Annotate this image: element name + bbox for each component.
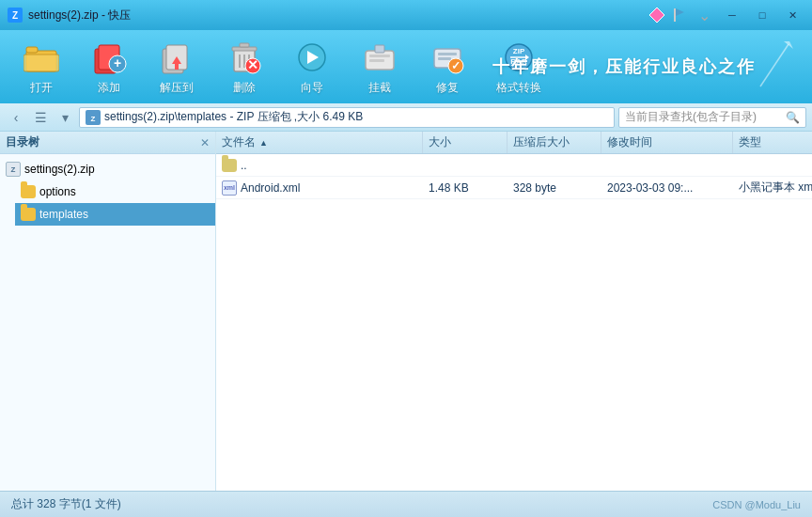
col-modified-label: 修改时间 [607,134,652,150]
sidebar-item-root[interactable]: Z settings(2).zip [0,158,215,180]
toolbar-repair-button[interactable]: ✓ 修复 [415,35,479,99]
svg-text:Z: Z [12,10,18,21]
address-input[interactable]: Z settings(2).zip\templates - ZIP 压缩包 ,大… [79,107,615,128]
svg-text:✓: ✓ [451,59,461,72]
flag-icon [671,7,688,24]
col-size-label: 大小 [429,134,451,150]
svg-rect-17 [232,47,257,51]
file-name-text: .. [241,159,247,172]
file-size-cell: 1.48 KB [423,177,508,198]
svg-rect-7 [23,55,59,71]
search-box[interactable]: 当前目录查找(包含子目录) 🔍 [618,107,806,128]
col-compressed-label: 压缩后大小 [513,134,570,150]
sidebar-close-button[interactable]: ✕ [200,136,210,149]
file-name-cell: .. [216,154,423,176]
search-icon: 🔍 [786,111,800,124]
toolbar-extract-button[interactable]: 解压到 [145,35,209,99]
toolbar-wizard-button[interactable]: 向导 [280,35,344,99]
toolbar-open-button[interactable]: 打开 [9,35,73,99]
wizard-icon [293,39,331,76]
svg-text:Z: Z [91,115,96,123]
sidebar-item-templates[interactable]: templates [15,203,215,226]
maximize-button[interactable]: □ [750,6,774,24]
col-header-size[interactable]: 大小 [423,132,508,153]
col-type-label: 类型 [739,134,761,150]
open-icon [23,39,60,76]
back-button[interactable]: ‹ [6,107,26,128]
address-text: settings(2).zip\templates - ZIP 压缩包 ,大小 … [104,109,363,125]
folder-icon-templates [21,208,36,221]
mount-icon [361,39,398,76]
svg-marker-4 [676,8,684,16]
file-type-cell [733,154,812,176]
add-label: 添加 [98,80,120,96]
file-size-cell [423,154,508,176]
folder-icon-options [21,185,36,198]
col-header-name[interactable]: 文件名 ▲ [216,132,423,153]
svg-rect-32 [438,57,451,60]
file-area: 文件名 ▲ 大小 压缩后大小 修改时间 类型 .. [216,132,812,491]
main-area: 目录树 ✕ Z settings(2).zip options template… [0,132,812,491]
sidebar-item-options-label: options [39,185,76,198]
svg-marker-2 [649,8,664,23]
col-header-modified[interactable]: 修改时间 [601,132,733,153]
svg-marker-41 [784,41,793,49]
col-header-type[interactable]: 类型 [733,132,812,153]
extract-label: 解压到 [160,80,194,96]
app-icon: Z [8,8,23,23]
sidebar-content: Z settings(2).zip options templates [0,154,215,229]
diamond-icon [648,7,665,24]
parent-folder-icon [222,159,237,172]
sidebar-item-options[interactable]: options [15,180,215,203]
title-bar-left: Z settings(2).zip - 快压 [8,8,131,24]
toolbar-mount-button[interactable]: 挂截 [348,35,412,99]
col-header-compressed[interactable]: 压缩后大小 [508,132,601,153]
svg-rect-6 [26,47,38,53]
sidebar-item-templates-label: templates [39,208,88,221]
address-bar: ‹ ☰ ▾ Z settings(2).zip\templates - ZIP … [0,103,812,132]
delete-icon: ✕ [226,39,263,76]
watermark-text: CSDN @Modu_Liu [712,499,801,510]
repair-icon: ✓ [429,39,466,76]
svg-text:ZIP: ZIP [513,47,525,55]
search-placeholder: 当前目录查找(包含子目录) [625,109,757,125]
sort-indicator: ▲ [259,138,268,148]
xml-file-icon: xml [222,180,237,196]
sidebar: 目录树 ✕ Z settings(2).zip options template… [0,132,216,491]
svg-rect-3 [674,8,676,22]
open-label: 打开 [30,80,53,96]
view-toggle-button[interactable]: ▾ [55,107,75,128]
toolbar-add-button[interactable]: + 添加 [77,35,141,99]
toolbar-delete-button[interactable]: ✕ 删除 [212,35,276,99]
table-row[interactable]: xml Android.xml 1.48 KB 328 byte 2023-03… [216,177,812,199]
toolbar-slogan: 十年磨一剑，压能行业良心之作 [492,55,756,78]
file-modified-text: 2023-03-03 09:... [607,181,693,195]
title-text: settings(2).zip - 快压 [28,8,131,24]
convert-label: 格式转换 [496,80,541,96]
list-view-button[interactable]: ☰ [30,107,51,128]
svg-text:+: + [114,55,121,70]
zip-icon: Z [6,162,21,177]
extract-icon [158,39,195,76]
file-name-text: Android.xml [241,181,300,195]
minimize-button[interactable]: ─ [720,6,744,24]
file-type-text: 小黑记事本 xml 文件 [739,180,812,196]
svg-rect-29 [375,45,384,53]
svg-rect-27 [369,55,390,57]
repair-label: 修复 [436,80,459,96]
add-icon: + [90,39,128,76]
svg-rect-18 [240,43,249,47]
file-modified-cell [601,154,733,176]
toolbar: 打开 + 添加 解压到 [0,30,812,103]
sidebar-item-root-label: settings(2).zip [24,163,95,176]
file-table-header: 文件名 ▲ 大小 压缩后大小 修改时间 类型 [216,132,812,154]
col-name-label: 文件名 [222,134,256,150]
delete-label: 删除 [233,80,256,96]
titlebar-nav-icon[interactable]: ⌄ [694,5,714,25]
close-button[interactable]: ✕ [780,6,804,24]
status-bar: 总计 328 字节(1 文件) CSDN @Modu_Liu [0,491,812,517]
svg-rect-15 [175,64,179,70]
table-row[interactable]: .. [216,154,812,177]
file-size-text: 1.48 KB [429,181,469,195]
title-bar-extra: ⌄ ─ □ ✕ [648,5,804,25]
